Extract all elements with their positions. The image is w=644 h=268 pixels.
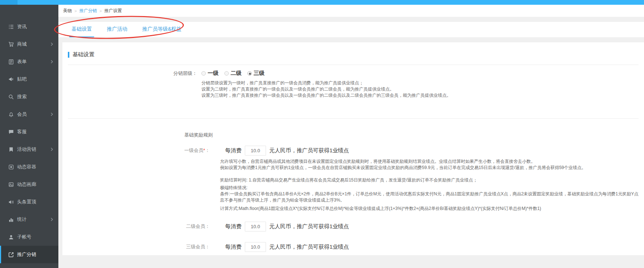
extreme-case-condition: 条件:一级会员购买订单包含商品1单价A元×2件，商品2单价B元×1件，订单总价M… xyxy=(220,191,641,203)
note-line: 例如设置为每消费1元推广员可获的1业绩点，一级会员在自营店铺购买未设置固定业绩点… xyxy=(220,165,641,171)
main-area: 美物 > 推广分销 > 推广设置 基础设置 推广活动 推广员等级&权益 基础设置… xyxy=(58,5,644,268)
bell-icon xyxy=(8,111,14,117)
radio-option-level2[interactable]: 二级 xyxy=(224,70,242,77)
sidebar-item-gallery[interactable]: 动态画廊 xyxy=(0,176,58,193)
reward-row-label: 一级会员*： xyxy=(68,147,210,154)
list-icon xyxy=(8,24,14,30)
distribution-level-help: 分销层级设置为一级时，推广员直接推广的一级会员消费，能为推广员提供业绩点； 设置… xyxy=(201,80,644,99)
sidebar-item-label: 活动营销 xyxy=(17,146,36,153)
sidebar-item-label: 客服 xyxy=(17,129,27,135)
note-line: 允许填写小数，自营店铺商品或其他消费项目在未设置固定业绩点奖励规则时，将使用基础… xyxy=(220,158,641,165)
tab-bar: 基础设置 推广活动 推广员等级&权益 xyxy=(58,22,644,37)
reward-row-label: 三级会员： xyxy=(68,244,210,250)
breadcrumb-current: 推广设置 xyxy=(104,8,122,14)
level2-amount-input[interactable] xyxy=(245,222,266,231)
distribution-level-row: 分销层级： 一级 二级 三级 xyxy=(62,70,644,77)
radio-icon xyxy=(224,71,229,76)
sidebar-item-search[interactable]: 搜索 xyxy=(0,88,58,106)
sidebar-item-tieba[interactable]: 贴吧 xyxy=(0,70,58,88)
sidebar-item-label: 动态画廊 xyxy=(17,181,36,188)
sidebar-item-label: 推广分销 xyxy=(17,251,36,258)
chevron-right-icon xyxy=(50,42,53,46)
share-icon xyxy=(8,252,14,257)
help-line: 设置为二级时，推广员直接推广的一级会员以及一级会员推广的二级会员，能为推广员提供… xyxy=(201,86,644,92)
sidebar-item-members[interactable]: 会员 xyxy=(0,106,58,123)
chevron-right-icon xyxy=(50,112,53,116)
tab-promotion-activity[interactable]: 推广活动 xyxy=(105,22,130,37)
sidebar-item-label: 动态容器 xyxy=(17,164,36,170)
consume-prefix: 每消费 xyxy=(225,223,242,230)
chart-icon xyxy=(8,217,14,222)
radio-option-level1[interactable]: 一级 xyxy=(201,70,219,77)
reward-rules-group-label: 基础奖励规则 xyxy=(68,132,213,138)
gallery-icon xyxy=(8,181,14,187)
tab-promoter-levels[interactable]: 推广员等级&权益 xyxy=(140,22,184,37)
user-icon xyxy=(8,234,14,240)
sidebar-item-headline[interactable]: 头条置顶 xyxy=(0,193,58,211)
section-accent-bar xyxy=(68,52,69,58)
consume-prefix: 每消费 xyxy=(225,147,242,154)
sidebar-item-label: 贴吧 xyxy=(17,76,27,83)
sidebar-item-label: 头条置顶 xyxy=(17,199,36,205)
radio-icon xyxy=(247,71,252,76)
sidebar-item-mall[interactable]: 商城 xyxy=(0,35,58,53)
settlement-note: 奖励结算时间: 1.自营店铺商品交易产生业绩点将在会员完成交易后15日奖励给推广… xyxy=(220,177,641,183)
level1-amount-input[interactable] xyxy=(245,146,266,156)
cart-icon xyxy=(8,41,14,47)
sidebar-item-label: 子帐号 xyxy=(17,234,31,240)
help-line: 分销层级设置为一级时，推广员直接推广的一级会员消费，能为推广员提供业绩点； xyxy=(201,80,644,86)
section-header: 基础设置 xyxy=(68,51,644,58)
consume-suffix: 元人民币，推广员可获得1业绩点 xyxy=(269,147,349,154)
breadcrumb-link-promotion[interactable]: 推广分销 xyxy=(79,8,97,14)
bookmark-icon xyxy=(8,146,14,152)
tab-basic-settings[interactable]: 基础设置 xyxy=(69,22,94,37)
breadcrumb-separator: > xyxy=(99,9,101,13)
container-icon xyxy=(8,164,14,170)
top-bar xyxy=(0,0,644,5)
spacer-band xyxy=(58,17,644,22)
reward-row-label: 二级会员： xyxy=(68,223,210,230)
consume-prefix: 每消费 xyxy=(225,244,242,250)
consume-suffix: 元人民币，推广员可获得1业绩点 xyxy=(269,244,349,250)
megaphone-icon xyxy=(8,76,14,82)
sidebar-item-promotion[interactable]: 推广分销 xyxy=(0,246,58,263)
distribution-level-radio-group: 一级 二级 三级 xyxy=(201,70,270,77)
sidebar-item-forms[interactable]: 表单 xyxy=(0,53,58,70)
divider xyxy=(68,118,639,119)
level3-amount-input[interactable] xyxy=(245,242,266,252)
reward-row-level1: 一级会员*： 每消费 元人民币，推广员可获得1业绩点 xyxy=(68,145,644,156)
sidebar-item-marketing[interactable]: 活动营销 xyxy=(0,141,58,158)
chevron-right-icon xyxy=(50,148,53,151)
sidebar-item-label: 搜索 xyxy=(17,93,27,100)
content-panel: 基础设置 分销层级： 一级 二级 三级 分销层级设置为一级 xyxy=(62,42,644,255)
form-icon xyxy=(8,59,14,65)
reward-row-level3: 三级会员： 每消费 元人民币，推广员可获得1业绩点 xyxy=(68,242,644,252)
chat-icon xyxy=(8,129,14,135)
radio-option-level3[interactable]: 三级 xyxy=(247,70,265,77)
page-title: 基础设置 xyxy=(73,51,95,58)
sidebar-item-label: 统计 xyxy=(17,216,27,223)
breadcrumb-separator: > xyxy=(74,9,77,13)
sidebar-item-label: 资讯 xyxy=(17,23,27,30)
breadcrumb-workspace: 美物 xyxy=(63,8,72,14)
sidebar-item-subaccount[interactable]: 子帐号 xyxy=(0,228,58,246)
sidebar-item-stats[interactable]: 统计 xyxy=(0,211,58,228)
help-line: 设置为三级时，推广员直接推广的一级会员以及一级会员推广的二级会员以及二级会员推广… xyxy=(201,92,644,99)
extreme-case-title: 极端特殊情况: xyxy=(220,185,641,191)
breadcrumb: 美物 > 推广分销 > 推广设置 xyxy=(58,5,644,17)
reward-row-level2: 二级会员： 每消费 元人民币，推广员可获得1业绩点 xyxy=(68,221,644,231)
sidebar: 资讯 商城 表单 贴吧 搜索 会员 xyxy=(0,5,58,268)
search-icon xyxy=(8,94,14,100)
logo-block xyxy=(0,0,18,5)
divider xyxy=(68,65,639,65)
sidebar-item-label: 会员 xyxy=(17,111,27,118)
sidebar-item-service[interactable]: 客服 xyxy=(0,123,58,141)
sidebar-item-container[interactable]: 动态容器 xyxy=(0,158,58,176)
reward-notes: 允许填写小数，自营店铺商品或其他消费项目在未设置固定业绩点奖励规则时，将使用基础… xyxy=(220,158,641,212)
consume-suffix: 元人民币，推广员可获得1业绩点 xyxy=(269,223,349,230)
sidebar-item-news[interactable]: 资讯 xyxy=(0,18,58,35)
chevron-right-icon xyxy=(50,60,53,64)
extreme-case-formula: 计算方式:Math.floor(商品1固定业绩点X*(实际支付N/订单总价M)*… xyxy=(220,206,641,212)
speaker-icon xyxy=(8,199,14,205)
distribution-level-label: 分销层级： xyxy=(62,70,197,77)
